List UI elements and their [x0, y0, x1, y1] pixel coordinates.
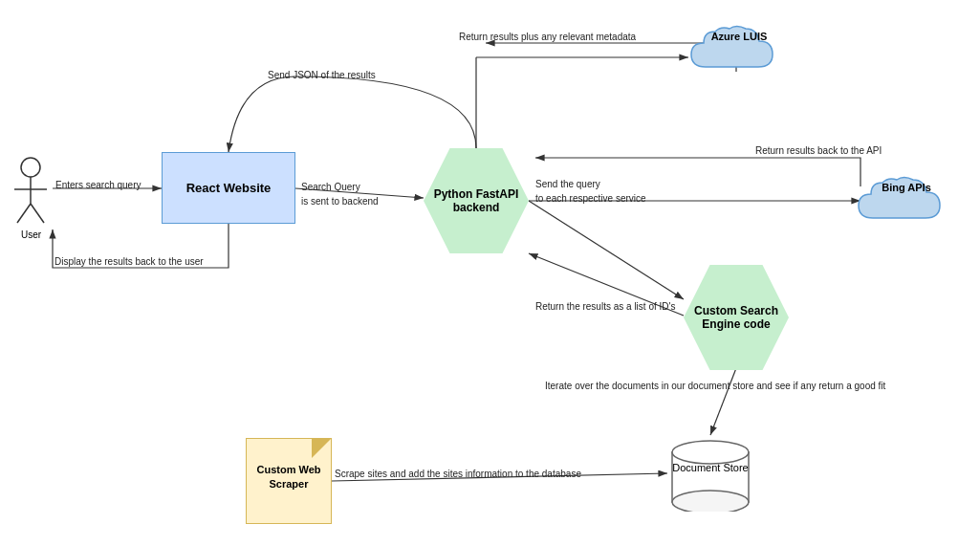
- search-query-label: Search Query is sent to backend: [301, 180, 379, 208]
- svg-line-11: [710, 368, 736, 435]
- svg-line-16: [17, 204, 31, 223]
- python-backend-node: Python FastAPI backend: [424, 148, 529, 253]
- azure-luis-node: Azure LUIS: [686, 19, 792, 81]
- custom-scraper-node: Custom Web Scraper: [246, 438, 332, 524]
- react-website-label: React Website: [186, 181, 272, 195]
- document-store-label: Document Store: [667, 462, 753, 473]
- bing-apis-label: Bing APIs: [854, 182, 959, 193]
- svg-line-4: [529, 201, 684, 299]
- svg-point-19: [672, 441, 749, 464]
- enters-query-label: Enters search query: [55, 180, 142, 190]
- return-metadata-label: Return results plus any relevant metadat…: [459, 32, 636, 42]
- svg-line-17: [31, 204, 44, 223]
- architecture-diagram: User React Website Python FastAPI backen…: [0, 0, 980, 546]
- svg-point-20: [672, 491, 749, 512]
- svg-point-13: [21, 158, 40, 177]
- display-results-label: Display the results back to the user: [54, 256, 204, 267]
- send-json-label: Send JSON of the results: [268, 70, 376, 80]
- return-api-label: Return results back to the API: [755, 145, 882, 156]
- send-each-service-label: Send the query to each respective servic…: [535, 177, 646, 206]
- arrows-layer: [0, 0, 980, 546]
- user-actor: User: [10, 156, 53, 240]
- bing-apis-node: Bing APIs: [854, 170, 959, 232]
- custom-search-node: Custom Search Engine code: [684, 265, 789, 370]
- document-store-node: Document Store: [667, 435, 753, 512]
- return-ids-label: Return the results as a list of ID's: [535, 301, 675, 312]
- custom-search-label: Custom Search Engine code: [694, 304, 778, 331]
- azure-luis-label: Azure LUIS: [686, 31, 792, 42]
- cylinder-icon: [667, 435, 753, 512]
- python-backend-label: Python FastAPI backend: [434, 187, 519, 214]
- react-website-node: React Website: [162, 152, 295, 224]
- iterate-docs-label: Iterate over the documents in our docume…: [545, 381, 885, 391]
- scrape-sites-label: Scrape sites and add the sites informati…: [335, 469, 581, 479]
